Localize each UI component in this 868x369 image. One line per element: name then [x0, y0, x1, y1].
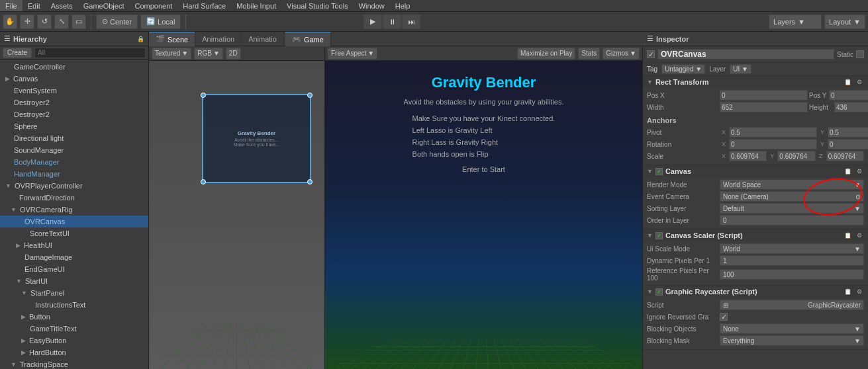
center-toggle-btn[interactable]: ⊙ Center	[96, 15, 138, 29]
hierarchy-item-scoretextui[interactable]: ScoreTextUI	[0, 227, 148, 239]
canvas-scaler-copy-icon[interactable]: 📋	[842, 231, 853, 239]
hier-arrow-icon[interactable]: ▶	[16, 240, 21, 251]
graphic-raycaster-settings-icon[interactable]: ⚙	[855, 288, 864, 296]
hier-arrow-icon[interactable]: ▼	[16, 276, 22, 286]
tab-animation[interactable]: Animation	[195, 32, 242, 46]
menu-hardsurface[interactable]: Hard Surface	[177, 0, 231, 11]
scale-y-input[interactable]	[777, 151, 815, 161]
hierarchy-item-healthui[interactable]: ▶HealthUI	[0, 239, 148, 251]
obj-name-input[interactable]	[657, 49, 834, 60]
layer-dropdown[interactable]: UI ▼	[730, 64, 751, 74]
menu-vstudio[interactable]: Visual Studio Tools	[281, 0, 354, 11]
hierarchy-item-endgameui[interactable]: EndGameUI	[0, 263, 148, 275]
hier-arrow-icon[interactable]: ▶	[21, 347, 26, 358]
hier-arrow-icon[interactable]: ▶	[21, 311, 26, 322]
hier-arrow-icon[interactable]: ▼	[11, 204, 17, 215]
rot-y-input[interactable]	[828, 139, 868, 149]
blocking-objects-dropdown[interactable]: None ▼	[720, 323, 864, 334]
scale-z-input[interactable]	[826, 151, 864, 161]
stats-btn[interactable]: Stats	[578, 48, 600, 60]
hier-arrow-icon[interactable]: ▼	[21, 288, 27, 298]
hierarchy-item-destroyer2[interactable]: Destroyer2	[0, 97, 148, 108]
menu-gameobject[interactable]: GameObject	[78, 0, 130, 11]
event-camera-dropdown[interactable]: None (Camera) ⊙	[720, 191, 864, 202]
hierarchy-item-gametitletext[interactable]: GameTitleText	[0, 323, 148, 335]
rect-transform-header[interactable]: ▼ Rect Transform 📋 ⚙	[643, 76, 868, 88]
script-field[interactable]: ⊞ GraphicRaycaster	[720, 300, 864, 310]
pause-button[interactable]: ⏸	[383, 15, 401, 29]
hierarchy-item-directional-light[interactable]: Directional light	[0, 132, 148, 144]
ignore-reversed-checkbox[interactable]: ✓	[720, 313, 728, 321]
menu-assets[interactable]: Assets	[46, 0, 78, 11]
pos-x-input[interactable]	[720, 90, 808, 101]
local-toggle-btn[interactable]: 🔄 Local	[140, 15, 181, 29]
handle-tr[interactable]	[307, 93, 313, 98]
textured-dropdown[interactable]: Textured ▼	[152, 48, 191, 60]
move-tool-btn[interactable]: ✛	[20, 15, 34, 29]
graphic-raycaster-header[interactable]: ▼ ✓ Graphic Raycaster (Script) 📋 ⚙	[643, 286, 868, 298]
hierarchy-item-gamecontroller[interactable]: GameController	[0, 61, 148, 73]
hierarchy-item-eventsystem[interactable]: EventSystem	[0, 85, 148, 97]
hierarchy-item-bodymanager[interactable]: BodyManager	[0, 156, 148, 168]
canvas-scaler-header[interactable]: ▼ ✓ Canvas Scaler (Script) 📋 ⚙	[643, 229, 868, 241]
hierarchy-item-ovrcamerarig[interactable]: ▼OVRCameraRig	[0, 204, 148, 216]
blocking-mask-dropdown[interactable]: Everything ▼	[720, 335, 864, 346]
canvas-enabled-check[interactable]: ✓	[655, 168, 663, 175]
tag-dropdown[interactable]: Untagged ▼	[661, 64, 705, 74]
hierarchy-item-handmanager[interactable]: HandManager	[0, 168, 148, 180]
layout-dropdown[interactable]: Layout ▼	[824, 15, 865, 29]
hierarchy-item-ovrplayercontroller[interactable]: ▼OVRPlayerController	[0, 180, 148, 192]
scale-tool-btn[interactable]: ⤡	[54, 15, 69, 29]
pivot-x-input[interactable]	[729, 127, 817, 138]
hier-arrow-icon[interactable]: ▼	[11, 359, 17, 369]
hierarchy-item-trackingspace[interactable]: ▼TrackingSpace	[0, 358, 148, 369]
hier-arrow-icon[interactable]: ▶	[5, 73, 10, 84]
tab-game[interactable]: 🎮 Game	[285, 32, 331, 46]
menu-window[interactable]: Window	[354, 0, 390, 11]
width-input[interactable]	[720, 102, 808, 112]
handle-tl[interactable]	[201, 93, 206, 98]
height-input[interactable]	[834, 102, 868, 112]
hierarchy-item-startpanel[interactable]: ▼StartPanel	[0, 287, 148, 299]
rgb-dropdown[interactable]: RGB ▼	[194, 48, 223, 60]
canvas-copy-icon[interactable]: 📋	[842, 167, 853, 175]
twod-btn[interactable]: 2D	[226, 48, 241, 60]
handle-br[interactable]	[307, 179, 313, 184]
static-checkbox[interactable]	[856, 50, 864, 58]
hierarchy-item-button[interactable]: ▶Button	[0, 311, 148, 323]
hierarchy-item-forwarddirection[interactable]: ForwardDirection	[0, 192, 148, 204]
hierarchy-item-hardbutton[interactable]: ▶HardButton	[0, 347, 148, 358]
ui-scale-dropdown[interactable]: World ▼	[720, 243, 864, 254]
menu-help[interactable]: Help	[390, 0, 416, 11]
hier-arrow-icon[interactable]: ▼	[5, 181, 11, 191]
rect-tool-btn[interactable]: ▭	[72, 15, 86, 29]
hier-arrow-icon[interactable]: ▶	[21, 335, 26, 346]
graphic-raycaster-check[interactable]: ✓	[655, 288, 663, 296]
canvas-scaler-check[interactable]: ✓	[655, 232, 663, 239]
hierarchy-item-startui[interactable]: ▼StartUI	[0, 275, 148, 287]
menu-file[interactable]: File	[0, 0, 23, 11]
rect-transform-copy-icon[interactable]: 📋	[842, 78, 853, 86]
scene-preview-box[interactable]: Gravity Bender Avoid the obstacles... Ma…	[202, 94, 311, 183]
step-button[interactable]: ⏭	[402, 15, 420, 29]
rotate-tool-btn[interactable]: ↺	[37, 15, 52, 29]
hierarchy-item-instructionstext[interactable]: InstructionsText	[0, 299, 148, 311]
canvas-settings-icon[interactable]: ⚙	[855, 167, 864, 175]
dynamic-pixels-input[interactable]	[720, 255, 864, 266]
gizmos-dropdown[interactable]: Gizmos ▼	[603, 48, 640, 60]
layers-dropdown[interactable]: Layers ▼	[769, 15, 822, 29]
render-mode-dropdown[interactable]: World Space ▼	[720, 179, 864, 190]
canvas-component-header[interactable]: ▼ ✓ Canvas 📋 ⚙	[643, 165, 868, 177]
tab-scene[interactable]: 🎬 Scene	[149, 32, 195, 46]
order-input[interactable]	[720, 215, 864, 226]
canvas-scaler-settings-icon[interactable]: ⚙	[855, 231, 864, 239]
menu-edit[interactable]: Edit	[23, 0, 46, 11]
graphic-raycaster-copy-icon[interactable]: 📋	[842, 288, 853, 296]
obj-enabled-checkbox[interactable]: ✓	[647, 50, 655, 58]
rect-transform-settings-icon[interactable]: ⚙	[855, 78, 864, 86]
hand-tool-btn[interactable]: ✋	[3, 15, 17, 29]
handle-bl[interactable]	[201, 179, 206, 184]
play-button[interactable]: ▶	[363, 15, 382, 29]
hierarchy-item-damageimage[interactable]: DamageImage	[0, 251, 148, 263]
hierarchy-item-easybutton[interactable]: ▶EasyButton	[0, 335, 148, 347]
